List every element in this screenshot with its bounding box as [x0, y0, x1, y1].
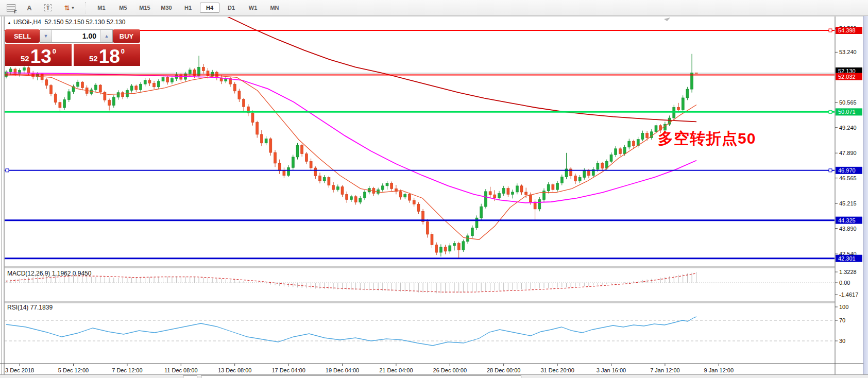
sell-button[interactable]: SELL [5, 29, 40, 43]
svg-text:0.00: 0.00 [839, 280, 850, 286]
svg-text:54.398: 54.398 [838, 27, 856, 33]
tf-d1-button[interactable]: D1 [222, 3, 241, 13]
time-axis: 3 Dec 20185 Dec 12:007 Dec 12:0011 Dec 0… [5, 364, 734, 373]
svg-text:44.325: 44.325 [838, 217, 856, 224]
volume-decrease-button[interactable]: ▼ [40, 30, 52, 42]
mt4-window: F A T ⇅ ▼ M1 M5 M15 M30 H1 H4 D1 W1 MN ▲… [0, 0, 868, 378]
chart-annotation-text: 多空转折点50 [658, 128, 756, 149]
time-axis-label: 21 Dec 04:00 [379, 367, 413, 373]
tf-mn-button[interactable]: MN [265, 3, 284, 13]
sell-price-button[interactable]: 52 13 0 [5, 44, 72, 66]
grid-icon: F [7, 4, 15, 12]
time-axis-label: 7 Dec 12:00 [112, 367, 142, 373]
price-axis: 54.50053.24050.56549.24047.89046.56545.2… [835, 25, 862, 344]
chart-tabs-strip [0, 374, 868, 378]
chart-title: ▲USOil-,H4 52.150 52.150 52.130 52.130 [7, 19, 125, 26]
sell-price-point: 0 [53, 47, 56, 55]
svg-text:52.032: 52.032 [838, 74, 856, 80]
buy-price-pips: 18 [99, 48, 120, 64]
tf-h1-button[interactable]: H1 [178, 3, 198, 13]
svg-text:49.240: 49.240 [839, 125, 857, 131]
buy-price-point: 0 [121, 47, 125, 55]
line-handle [829, 29, 832, 32]
chevron-down-icon: ▼ [71, 6, 75, 10]
time-axis-label: 19 Dec 04:00 [326, 367, 359, 373]
svg-text:53.240: 53.240 [839, 49, 857, 55]
svg-text:50.565: 50.565 [839, 99, 857, 106]
chart-tab[interactable] [183, 375, 197, 378]
svg-text:30: 30 [839, 338, 845, 344]
svg-text:1.3228: 1.3228 [839, 269, 857, 275]
time-axis-label: 5 Dec 12:00 [58, 367, 89, 373]
time-axis-label: 17 Dec 04:00 [271, 367, 305, 373]
text-label-button[interactable]: A [22, 1, 37, 14]
volume-input[interactable]: 1.00 [52, 30, 100, 42]
volume-increase-button[interactable]: ▲ [100, 30, 112, 42]
tf-m1-button[interactable]: M1 [92, 3, 111, 13]
tf-w1-button[interactable]: W1 [243, 3, 263, 13]
macd-panel [5, 272, 835, 293]
candlesticks [5, 54, 698, 258]
svg-text:47.890: 47.890 [839, 150, 857, 156]
arrows-icon: ⇅ [64, 4, 70, 12]
volume-stepper: ▼ 1.00 ▲ [40, 29, 113, 43]
buy-button[interactable]: BUY [113, 29, 140, 43]
time-axis-label: 3 Jan 16:00 [597, 367, 626, 373]
tf-m15-button[interactable]: M15 [135, 3, 155, 13]
time-axis-label: 26 Dec 00:00 [433, 367, 467, 373]
svg-text:42.301: 42.301 [838, 255, 856, 262]
time-axis-label: 3 Dec 2018 [5, 367, 34, 373]
text-a-icon: A [27, 4, 31, 12]
text-box-icon: T [44, 4, 52, 11]
tf-m30-button[interactable]: M30 [157, 3, 176, 13]
svg-text:50.071: 50.071 [838, 109, 856, 115]
price-chart-surface[interactable]: 54.50053.24050.56549.24047.89046.56545.2… [0, 16, 868, 378]
macd-label: MACD(12,26,9) 1.1962 0.9450 [7, 270, 91, 277]
time-axis-label: 28 Dec 00:00 [487, 367, 520, 373]
rsi-panel [5, 317, 835, 346]
objects-arrows-button[interactable]: ⇅ ▼ [59, 1, 80, 14]
time-axis-label: 11 Dec 08:00 [164, 367, 198, 373]
indicator-grid-icon[interactable]: F [3, 1, 19, 14]
symbol-name: USOil-,H4 [13, 19, 41, 26]
line-handle [829, 169, 832, 172]
svg-text:43.890: 43.890 [839, 226, 857, 232]
svg-text:70: 70 [839, 317, 845, 323]
svg-text:-1.4617: -1.4617 [839, 291, 858, 298]
text-box-button[interactable]: T [40, 1, 56, 14]
line-handle [829, 110, 832, 113]
shift-marker-icon [664, 18, 670, 21]
time-axis-label: 9 Jan 12:00 [704, 367, 734, 373]
svg-text:45.215: 45.215 [839, 200, 857, 207]
toolbar-separator [86, 2, 87, 13]
sell-price-whole: 52 [21, 54, 29, 63]
time-axis-label: 13 Dec 08:00 [218, 367, 251, 373]
tf-h4-button[interactable]: H4 [200, 3, 219, 13]
tf-m5-button[interactable]: M5 [113, 3, 133, 13]
chart-tab[interactable] [201, 375, 521, 378]
one-click-trading-panel: SELL ▼ 1.00 ▲ BUY 52 13 0 52 18 0 [5, 29, 140, 66]
sell-price-pips: 13 [30, 48, 52, 64]
svg-text:46.565: 46.565 [839, 175, 857, 181]
time-axis-label: 31 Dec 20:00 [540, 367, 574, 373]
collapse-panel-icon[interactable]: ▲ [7, 21, 11, 25]
buy-price-whole: 52 [89, 54, 98, 63]
svg-text:100: 100 [839, 304, 848, 310]
rsi-label: RSI(14) 77.1839 [7, 304, 53, 311]
toolbar: F A T ⇅ ▼ M1 M5 M15 M30 H1 H4 D1 W1 MN [0, 0, 868, 16]
time-axis-label: 7 Jan 12:00 [650, 367, 680, 373]
line-handle [6, 169, 9, 172]
window-scrollbar[interactable] [863, 16, 868, 378]
ohlc-values: 52.150 52.150 52.130 52.130 [45, 19, 126, 26]
svg-text:46.970: 46.970 [838, 167, 856, 174]
buy-price-button[interactable]: 52 18 0 [74, 44, 140, 66]
